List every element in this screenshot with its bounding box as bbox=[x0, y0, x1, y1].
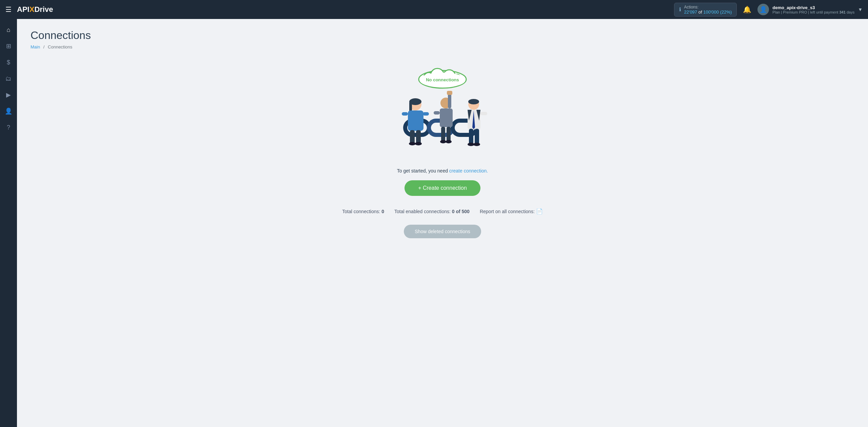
svg-point-43 bbox=[473, 143, 480, 146]
sidebar: ⌂ ⊞ $ 🗂 ▶ 👤 ? bbox=[0, 19, 17, 427]
actions-label: Actions: bbox=[684, 5, 732, 9]
sidebar-item-billing[interactable]: $ bbox=[2, 56, 15, 69]
svg-point-23 bbox=[415, 142, 422, 145]
svg-rect-20 bbox=[410, 130, 415, 144]
logo-drive-text: Drive bbox=[34, 5, 53, 14]
empty-state-area: No connections bbox=[31, 63, 854, 238]
app-layout: ⌂ ⊞ $ 🗂 ▶ 👤 ? Connections Main / Connect… bbox=[0, 19, 868, 427]
people-chain-svg bbox=[385, 87, 500, 161]
enabled-connections-value: 0 of 500 bbox=[452, 209, 470, 214]
total-connections-value: 0 bbox=[381, 209, 384, 214]
info-icon: ℹ bbox=[679, 6, 681, 13]
breadcrumb-main-link[interactable]: Main bbox=[31, 44, 40, 49]
actions-count: 22'097 of 100'000 (22%) bbox=[684, 9, 732, 15]
report-icon[interactable]: 📄 bbox=[536, 208, 543, 214]
breadcrumb-separator: / bbox=[43, 44, 45, 49]
sidebar-item-profile[interactable]: 👤 bbox=[2, 104, 15, 118]
user-plan: Plan | Premium PRO | left until payment … bbox=[772, 10, 854, 14]
svg-rect-41 bbox=[475, 129, 479, 144]
svg-point-22 bbox=[409, 142, 416, 145]
svg-rect-30 bbox=[447, 127, 451, 142]
empty-state-description: To get started, you need create connecti… bbox=[397, 168, 488, 174]
report-label: Report on all connections: 📄 bbox=[480, 208, 543, 215]
sidebar-item-help[interactable]: ? bbox=[2, 121, 15, 134]
user-section[interactable]: 👤 demo_apix-drive_s3 Plan | Premium PRO … bbox=[757, 4, 863, 15]
svg-point-31 bbox=[440, 140, 446, 143]
svg-rect-28 bbox=[434, 111, 440, 115]
logo-x-text: X bbox=[29, 5, 35, 14]
main-content: Connections Main / Connections bbox=[17, 19, 868, 427]
description-prefix: To get started, you need bbox=[397, 168, 448, 174]
svg-point-32 bbox=[446, 140, 452, 143]
sidebar-item-home[interactable]: ⌂ bbox=[2, 23, 15, 37]
logo-api-text: API bbox=[17, 5, 29, 14]
svg-point-34 bbox=[468, 99, 479, 104]
actions-pct: (22%) bbox=[720, 9, 732, 15]
logo: APIXDrive bbox=[17, 5, 53, 14]
svg-rect-40 bbox=[469, 129, 473, 144]
enabled-connections-label: Total enabled connections: 0 of 500 bbox=[394, 209, 470, 214]
actions-badge: ℹ Actions: 22'097 of 100'000 (22%) bbox=[674, 3, 737, 17]
sidebar-item-connections[interactable]: ⊞ bbox=[2, 39, 15, 53]
stats-row: Total connections: 0 Total enabled conne… bbox=[342, 208, 542, 215]
top-navigation: ☰ APIXDrive ℹ Actions: 22'097 of 100'000… bbox=[0, 0, 868, 19]
svg-rect-16 bbox=[409, 102, 412, 112]
actions-total-val: 100'000 bbox=[703, 9, 719, 15]
user-name: demo_apix-drive_s3 bbox=[772, 5, 854, 10]
svg-rect-39 bbox=[480, 112, 487, 115]
actions-of-text: of bbox=[698, 9, 702, 15]
svg-text:No connections: No connections bbox=[426, 77, 459, 82]
svg-rect-27 bbox=[447, 91, 452, 95]
user-info: demo_apix-drive_s3 Plan | Premium PRO | … bbox=[772, 5, 854, 14]
total-connections-label: Total connections: 0 bbox=[342, 209, 384, 214]
user-avatar: 👤 bbox=[757, 4, 769, 15]
create-connection-button[interactable]: + Create connection bbox=[405, 180, 480, 196]
svg-rect-21 bbox=[416, 130, 421, 144]
menu-icon[interactable]: ☰ bbox=[5, 5, 12, 14]
report-label-text: Report on all connections: bbox=[480, 209, 535, 214]
illustration: No connections bbox=[385, 66, 500, 161]
sidebar-item-projects[interactable]: 🗂 bbox=[2, 72, 15, 85]
total-label-text: Total connections: bbox=[342, 209, 380, 214]
svg-rect-17 bbox=[408, 110, 423, 131]
svg-rect-25 bbox=[440, 108, 453, 127]
actions-used: 22'097 bbox=[684, 9, 697, 15]
show-deleted-connections-button[interactable]: Show deleted connections bbox=[404, 225, 481, 238]
svg-rect-26 bbox=[448, 93, 451, 108]
enabled-label-text: Total enabled connections: bbox=[394, 209, 451, 214]
svg-rect-29 bbox=[441, 127, 445, 142]
breadcrumb: Main / Connections bbox=[31, 44, 854, 49]
breadcrumb-current: Connections bbox=[48, 44, 72, 49]
chevron-down-icon: ▼ bbox=[858, 7, 863, 12]
notification-icon[interactable]: 🔔 bbox=[743, 5, 751, 14]
svg-rect-19 bbox=[423, 112, 429, 116]
sidebar-item-video[interactable]: ▶ bbox=[2, 88, 15, 102]
page-title: Connections bbox=[31, 29, 854, 42]
create-connection-link[interactable]: create connection. bbox=[449, 168, 488, 174]
svg-rect-18 bbox=[402, 112, 408, 116]
